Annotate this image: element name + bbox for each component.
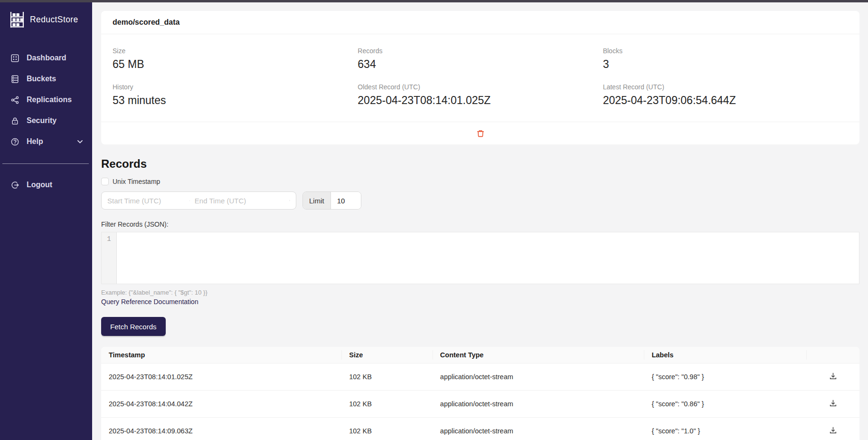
entry-actions-row bbox=[101, 122, 859, 144]
time-range-picker[interactable] bbox=[101, 191, 296, 210]
sidebar: ReductStore Dashboard bbox=[0, 0, 92, 440]
records-heading: Records bbox=[101, 157, 859, 171]
stat-history: History 53 minutes bbox=[113, 83, 358, 107]
cell-content-type: application/octet-stream bbox=[433, 363, 644, 391]
calendar-icon bbox=[289, 197, 290, 204]
sidebar-item-logout[interactable]: Logout bbox=[0, 174, 92, 195]
limit-control: Limit bbox=[302, 191, 361, 210]
end-time-input[interactable] bbox=[195, 197, 289, 205]
sidebar-item-security[interactable]: Security bbox=[0, 110, 92, 131]
table-row: 2025-04-23T08:14:09.063Z 102 KB applicat… bbox=[101, 418, 859, 440]
download-record-button[interactable] bbox=[829, 426, 837, 434]
replications-icon bbox=[11, 96, 19, 104]
column-header-actions bbox=[806, 347, 859, 363]
help-icon bbox=[11, 138, 19, 146]
buckets-icon bbox=[11, 75, 19, 83]
sidebar-item-label: Replications bbox=[27, 96, 72, 104]
sidebar-item-label: Security bbox=[27, 116, 57, 125]
table-row: 2025-04-23T08:14:01.025Z 102 KB applicat… bbox=[101, 363, 859, 391]
stat-records: Records 634 bbox=[358, 47, 603, 71]
editor-line-number: 1 bbox=[107, 235, 111, 243]
sidebar-item-help[interactable]: Help bbox=[0, 131, 92, 152]
cell-content-type: application/octet-stream bbox=[433, 391, 644, 418]
main-content: demo/scored_data Size 65 MB Records 634 … bbox=[92, 0, 868, 440]
start-time-input[interactable] bbox=[107, 197, 189, 205]
sidebar-item-label: Help bbox=[27, 137, 43, 146]
sidebar-item-label: Buckets bbox=[27, 75, 56, 83]
sidebar-divider bbox=[2, 163, 89, 164]
bucket-stats-grid: Size 65 MB Records 634 Blocks 3 History … bbox=[101, 34, 859, 122]
cell-timestamp: 2025-04-23T08:14:01.025Z bbox=[101, 363, 341, 391]
stat-size: Size 65 MB bbox=[113, 47, 358, 71]
column-header-content-type: Content Type bbox=[433, 347, 644, 363]
column-header-timestamp: Timestamp bbox=[101, 347, 341, 363]
cell-labels: { "score": "0.86" } bbox=[644, 391, 806, 418]
download-icon bbox=[829, 426, 837, 434]
filter-records-label: Filter Records (JSON): bbox=[101, 220, 859, 228]
reductstore-logo-icon bbox=[8, 10, 26, 29]
bucket-entry-title: demo/scored_data bbox=[101, 11, 859, 34]
cell-timestamp: 2025-04-23T08:14:04.042Z bbox=[101, 391, 341, 418]
cell-content-type: application/octet-stream bbox=[433, 418, 644, 440]
trash-icon bbox=[476, 129, 485, 138]
range-arrow-icon bbox=[189, 199, 190, 203]
logout-icon bbox=[11, 181, 19, 189]
bucket-summary-card: demo/scored_data Size 65 MB Records 634 … bbox=[101, 11, 859, 144]
cell-timestamp: 2025-04-23T08:14:09.063Z bbox=[101, 418, 341, 440]
brand-logo[interactable]: ReductStore bbox=[8, 10, 92, 29]
editor-line-gutter: 1 bbox=[102, 232, 117, 284]
limit-label: Limit bbox=[303, 192, 331, 209]
cell-labels: { "score": "1.0" } bbox=[644, 418, 806, 440]
sidebar-item-label: Logout bbox=[27, 181, 52, 189]
query-reference-link[interactable]: Query Reference Documentation bbox=[101, 298, 198, 306]
limit-input[interactable] bbox=[331, 192, 361, 209]
records-section: Records Unix Timestamp bbox=[101, 157, 859, 440]
unix-timestamp-checkbox[interactable]: Unix Timestamp bbox=[101, 178, 160, 185]
sidebar-item-dashboard[interactable]: Dashboard bbox=[0, 48, 92, 68]
table-row: 2025-04-23T08:14:04.042Z 102 KB applicat… bbox=[101, 391, 859, 418]
sidebar-item-buckets[interactable]: Buckets bbox=[0, 68, 92, 89]
records-table: Timestamp Size Content Type Labels 2025-… bbox=[101, 347, 859, 440]
stat-blocks: Blocks 3 bbox=[603, 47, 848, 71]
cell-size: 102 KB bbox=[341, 418, 433, 440]
download-record-button[interactable] bbox=[829, 372, 837, 380]
unix-timestamp-label: Unix Timestamp bbox=[113, 178, 160, 185]
stat-latest-record: Latest Record (UTC) 2025-04-23T09:06:54.… bbox=[603, 83, 848, 107]
dashboard-icon bbox=[11, 54, 19, 62]
filter-example-hint: Example: {"&label_name": { "$gt": 10 }} bbox=[101, 289, 859, 296]
column-header-size: Size bbox=[341, 347, 433, 363]
fetch-records-button[interactable]: Fetch Records bbox=[101, 317, 166, 336]
stat-oldest-record: Oldest Record (UTC) 2025-04-23T08:14:01.… bbox=[358, 83, 603, 107]
brand-name: ReductStore bbox=[30, 15, 78, 25]
app-root: ReductStore Dashboard bbox=[0, 0, 868, 440]
editor-text-area[interactable] bbox=[117, 232, 859, 284]
security-icon bbox=[11, 117, 19, 125]
sidebar-item-replications[interactable]: Replications bbox=[0, 89, 92, 110]
delete-entry-button[interactable] bbox=[476, 129, 485, 138]
column-header-labels: Labels bbox=[644, 347, 806, 363]
chevron-down-icon bbox=[77, 140, 83, 143]
cell-size: 102 KB bbox=[341, 363, 433, 391]
table-header-row: Timestamp Size Content Type Labels bbox=[101, 347, 859, 363]
top-strip bbox=[0, 0, 868, 2]
download-icon bbox=[829, 399, 837, 407]
checkbox-box[interactable] bbox=[101, 178, 109, 185]
cell-size: 102 KB bbox=[341, 391, 433, 418]
cell-labels: { "score": "0.98" } bbox=[644, 363, 806, 391]
query-controls-row: Limit bbox=[101, 191, 859, 210]
sidebar-nav: Dashboard Buckets bbox=[0, 48, 92, 152]
download-icon bbox=[829, 372, 837, 380]
filter-json-editor[interactable]: 1 bbox=[101, 232, 859, 284]
download-record-button[interactable] bbox=[829, 399, 837, 407]
sidebar-item-label: Dashboard bbox=[27, 54, 66, 62]
